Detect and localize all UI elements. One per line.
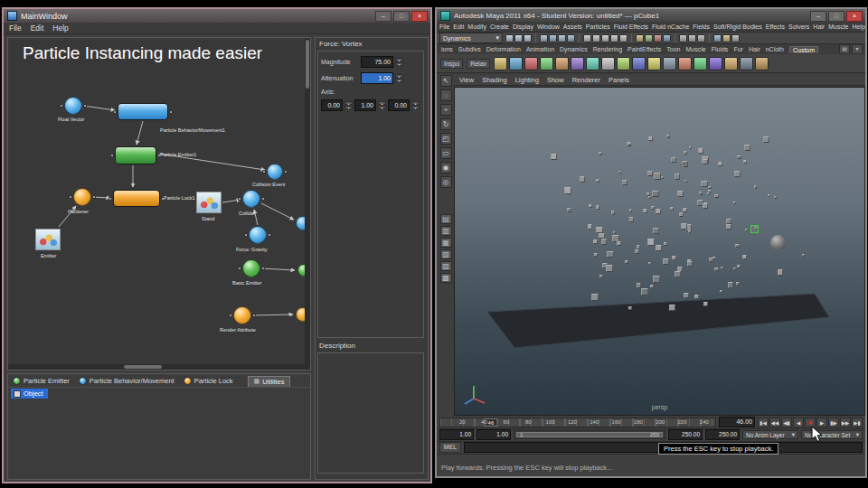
magnitude-field[interactable]: 75.00 <box>361 56 393 68</box>
shelf-tab-rendering[interactable]: Rendering <box>593 46 622 52</box>
maya-menu-create[interactable]: Create <box>490 23 509 30</box>
maya-menu-soft-rigid-bodies[interactable]: Soft/Rigid Bodies <box>713 23 762 30</box>
axis-z-field[interactable]: 0.00 <box>388 99 410 111</box>
playback-start-field[interactable]: 1.00 <box>476 429 511 440</box>
shelf-tool-icon[interactable] <box>571 57 584 70</box>
spin-down-icon[interactable]: ▾ <box>378 106 386 109</box>
panel-menu-view[interactable]: View <box>459 76 474 84</box>
maximize-button[interactable]: □ <box>828 11 844 22</box>
maya-menu-fields[interactable]: Fields <box>693 23 710 30</box>
status-toolbar-icon[interactable] <box>697 34 705 42</box>
playback-button[interactable]: ▶▶ <box>840 418 851 427</box>
horizontal-scrollbar-thumb[interactable] <box>124 365 162 369</box>
maya-menu-solvers[interactable]: Solvers <box>788 23 809 30</box>
layout-button[interactable]: ▨ <box>440 261 452 271</box>
status-toolbar-icon[interactable] <box>567 34 575 42</box>
shelf-tool-icon[interactable] <box>601 57 615 70</box>
shelf-tab-toon[interactable]: Toon <box>666 46 680 52</box>
status-toolbar-icon[interactable] <box>731 34 740 42</box>
maya-menu-hair[interactable]: Hair <box>813 23 825 30</box>
playback-button[interactable]: ▮▶ <box>828 418 839 427</box>
status-toolbar-icon[interactable] <box>722 34 731 42</box>
time-slider[interactable]: 46 20406080100120140160180200220240 <box>439 418 716 427</box>
horizontal-scrollbar[interactable] <box>8 364 310 370</box>
panel-menu-show[interactable]: Show <box>547 76 564 84</box>
axis-x-field[interactable]: 0.00 <box>321 99 343 111</box>
spin-up-icon[interactable]: ▴ <box>411 101 420 105</box>
shelf-tab-fluids[interactable]: Fluids <box>712 46 729 52</box>
status-toolbar-icon[interactable] <box>583 34 591 42</box>
tool-icon[interactable]: ◌ <box>440 89 452 101</box>
status-toolbar-icon[interactable] <box>610 34 618 42</box>
tool-icon[interactable]: ◉ <box>440 162 452 174</box>
shelf-tool-icon[interactable] <box>524 57 538 70</box>
graph-node-rect-green[interactable] <box>115 146 156 164</box>
node-graph-editor[interactable]: Particle Instancing made easier Float Ve… <box>7 37 311 371</box>
spin-down-icon[interactable]: ▾ <box>395 79 403 82</box>
maya-menu-effects[interactable]: Effects <box>766 23 785 30</box>
tool-icon[interactable]: ↖ <box>440 75 452 87</box>
shelf-tab-dynamics[interactable]: Dynamics <box>560 46 588 52</box>
shelf-menu-icon[interactable]: ▾ <box>852 44 863 54</box>
tool-icon[interactable]: + <box>440 104 452 116</box>
shelf-tool-icon[interactable] <box>678 57 692 70</box>
status-toolbar-icon[interactable] <box>645 34 653 42</box>
layout-button[interactable]: ▩ <box>440 273 452 283</box>
tool-icon[interactable]: ◎ <box>440 176 452 188</box>
axis-y-spinner[interactable]: ▴ ▾ <box>378 101 386 109</box>
shelf-tool-icon[interactable] <box>647 57 661 70</box>
spin-down-icon[interactable]: ▾ <box>411 106 420 109</box>
panel-menu-renderer[interactable]: Renderer <box>572 76 600 84</box>
spin-up-icon[interactable]: ▴ <box>395 58 403 61</box>
shelf-tool-icon[interactable] <box>617 57 630 70</box>
tab-utilities[interactable]: ▦Utilities <box>248 376 291 387</box>
animation-start-field[interactable]: 1.00 <box>439 429 474 440</box>
layout-button[interactable]: ▤ <box>440 214 452 224</box>
layout-button[interactable]: ▧ <box>440 249 452 259</box>
tool-icon[interactable]: ◰ <box>440 133 452 145</box>
graph-node-thumbnail[interactable] <box>35 229 61 250</box>
graph-node-ball-orange[interactable] <box>233 306 251 324</box>
maya-menu-help[interactable]: Help <box>852 23 864 30</box>
playback-end-field[interactable]: 250.00 <box>668 429 703 440</box>
mainwindow-titlebar[interactable]: MainWindow <box>4 9 430 23</box>
shelf-button-relax[interactable]: Relax <box>467 59 490 69</box>
spin-down-icon[interactable]: ▾ <box>395 62 403 66</box>
spin-up-icon[interactable]: ▴ <box>344 101 353 105</box>
maya-menu-assets[interactable]: Assets <box>563 23 582 30</box>
maya-menu-file[interactable]: File <box>439 23 449 30</box>
range-slider-thumb[interactable]: 1 250 <box>516 432 663 437</box>
attenuation-spinner[interactable]: ▴ ▾ <box>395 74 403 82</box>
shelf-tool-icon[interactable] <box>555 57 569 70</box>
spin-up-icon[interactable]: ▴ <box>395 74 403 78</box>
shelf-tab-custom[interactable]: Custom <box>789 46 818 53</box>
menu-item-help[interactable]: Help <box>52 23 68 33</box>
maya-menu-muscle[interactable]: Muscle <box>828 23 848 30</box>
range-slider[interactable]: 1 250 <box>514 430 665 439</box>
shelf-tool-icon[interactable] <box>755 57 769 70</box>
shelf-tool-icon[interactable] <box>724 57 738 70</box>
attenuation-field[interactable]: 1.00 <box>361 72 393 84</box>
menu-set-dropdown[interactable]: Dynamics ▾ <box>439 33 503 43</box>
maya-titlebar[interactable]: Autodesk Maya 2011 x64 - Student Version… <box>437 9 865 22</box>
axis-x-spinner[interactable]: ▴ ▾ <box>344 101 353 109</box>
maya-menu-window[interactable]: Window <box>537 23 560 30</box>
playback-button[interactable]: ◀▮ <box>781 418 792 427</box>
collider-sphere[interactable] <box>770 235 786 250</box>
minimize-button[interactable]: – <box>810 11 826 22</box>
selected-cube-wireframe[interactable] <box>750 225 759 233</box>
maya-menu-fluid-effects[interactable]: Fluid Effects <box>614 23 648 30</box>
graph-node-thumbnail[interactable] <box>196 192 222 213</box>
layout-button[interactable]: ▦ <box>440 238 452 248</box>
shelf-tool-icon[interactable] <box>509 57 523 70</box>
layout-button[interactable]: ▥ <box>440 226 452 236</box>
status-toolbar-icon[interactable] <box>619 34 627 42</box>
close-button[interactable]: × <box>846 11 863 22</box>
shelf-tab-subdivs[interactable]: Subdivs <box>458 46 481 52</box>
graph-node-ball-blue[interactable] <box>249 226 267 244</box>
status-toolbar-icon[interactable] <box>654 34 662 42</box>
tool-icon[interactable]: ↻ <box>440 118 452 130</box>
panel-menu-panels[interactable]: Panels <box>609 76 629 84</box>
tool-icon[interactable]: ▭ <box>440 147 452 159</box>
spin-down-icon[interactable]: ▾ <box>344 106 353 109</box>
